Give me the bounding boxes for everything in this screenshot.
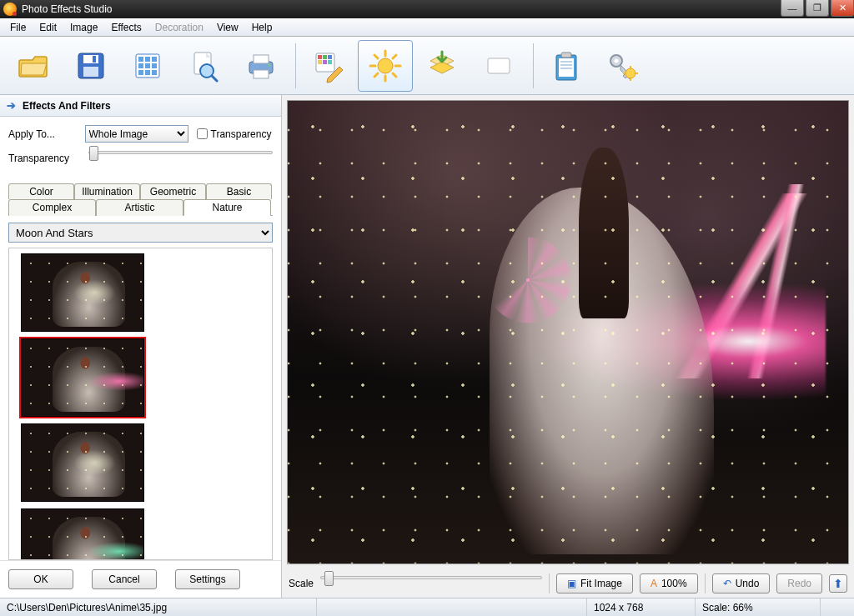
folder-open-icon (17, 48, 52, 83)
clipboard-icon (549, 48, 584, 83)
effect-select[interactable]: Moon And Stars (8, 223, 273, 243)
settings-button[interactable]: Settings (175, 569, 240, 589)
effect-thumbnail[interactable] (21, 253, 144, 332)
fit-icon: ▣ (567, 578, 576, 589)
svg-rect-27 (328, 60, 332, 64)
grid-icon (130, 48, 165, 83)
redo-button[interactable]: Redo (776, 573, 822, 593)
close-button[interactable]: ✕ (831, 0, 854, 17)
status-filepath: C:\Users\Den\Pictures\Anime\35.jpg (0, 598, 317, 616)
collapse-up-button[interactable]: ⬆ (829, 574, 847, 593)
svg-line-33 (374, 55, 378, 58)
app-icon (3, 3, 17, 16)
status-scale: Scale: 66% (696, 598, 821, 616)
image-canvas[interactable] (287, 100, 849, 564)
svg-rect-19 (254, 70, 269, 78)
apply-to-select[interactable]: Whole Image (85, 125, 188, 143)
svg-rect-8 (138, 63, 143, 68)
undo-button[interactable]: ↶Undo (712, 573, 771, 593)
zoom-100-button[interactable]: A100% (640, 573, 698, 593)
toolbar (0, 37, 854, 95)
svg-rect-40 (561, 53, 571, 58)
svg-line-35 (393, 55, 396, 58)
blank-frame-button[interactable] (471, 40, 526, 92)
svg-rect-1 (83, 55, 98, 63)
menu-help[interactable]: Help (245, 19, 279, 36)
scale-slider[interactable] (320, 576, 542, 591)
print-button[interactable] (234, 40, 289, 92)
menu-decoration: Decoration (148, 19, 210, 36)
svg-rect-23 (323, 55, 327, 59)
cancel-button[interactable]: Cancel (92, 569, 157, 589)
effects-panel: ➔ Effects And Filters Apply To... Whole … (0, 95, 282, 598)
transparency-slider[interactable] (88, 151, 273, 166)
key-effects-button[interactable] (595, 40, 651, 92)
tab-color[interactable]: Color (8, 183, 74, 199)
save-icon (73, 48, 108, 83)
menu-view[interactable]: View (210, 19, 245, 36)
svg-rect-13 (152, 70, 157, 75)
fit-image-button[interactable]: ▣Fit Image (556, 573, 633, 593)
title-bar: Photo Effects Studio — ❐ ✕ (0, 0, 854, 18)
blank-rect-icon (481, 48, 516, 83)
svg-point-28 (378, 58, 393, 73)
svg-line-16 (212, 76, 217, 81)
tab-basic[interactable]: Basic (206, 183, 272, 199)
svg-rect-25 (318, 60, 322, 64)
layers-button[interactable] (414, 40, 470, 92)
svg-rect-18 (254, 55, 269, 63)
panel-header: ➔ Effects And Filters (0, 95, 281, 117)
palette-edit-button[interactable] (301, 40, 356, 92)
layers-down-icon (424, 48, 460, 83)
status-bar: C:\Users\Den\Pictures\Anime\35.jpg 1024 … (0, 598, 854, 616)
minimize-button[interactable]: — (781, 0, 804, 17)
svg-rect-26 (323, 60, 327, 64)
zoom-button[interactable] (177, 40, 232, 92)
svg-rect-7 (152, 57, 157, 62)
clipboard-button[interactable] (539, 40, 594, 92)
key-sun-icon (605, 48, 640, 83)
menu-edit[interactable]: Edit (33, 19, 63, 36)
svg-rect-37 (488, 58, 510, 73)
svg-rect-3 (93, 56, 96, 63)
svg-rect-9 (145, 63, 150, 68)
svg-rect-5 (138, 57, 143, 62)
tab-illumination[interactable]: Illumination (74, 183, 140, 199)
app-title: Photo Effects Studio (22, 3, 779, 15)
effect-thumbnail[interactable] (21, 423, 144, 502)
tab-geometric[interactable]: Geometric (140, 183, 206, 199)
tab-artistic[interactable]: Artistic (96, 199, 183, 216)
undo-icon: ↶ (723, 578, 731, 589)
svg-point-20 (269, 63, 271, 66)
menu-image[interactable]: Image (63, 19, 104, 36)
palette-pencil-icon (311, 48, 346, 83)
svg-rect-10 (152, 63, 157, 68)
svg-line-36 (374, 73, 378, 77)
save-button[interactable] (63, 40, 118, 92)
svg-rect-22 (318, 55, 322, 59)
printer-icon (244, 48, 279, 83)
menu-file[interactable]: File (3, 19, 33, 36)
arrow-right-icon: ➔ (7, 99, 16, 112)
effects-button[interactable] (358, 40, 413, 92)
effect-thumbnail[interactable] (21, 338, 144, 417)
menu-bar: File Edit Image Effects Decoration View … (0, 18, 854, 37)
sun-icon (368, 48, 403, 83)
transparency-checkbox[interactable]: Transparency (197, 128, 274, 140)
effect-thumbnails (8, 248, 273, 560)
svg-point-46 (625, 68, 635, 78)
svg-rect-12 (145, 70, 150, 75)
tab-complex[interactable]: Complex (8, 199, 96, 216)
status-dimensions: 1024 x 768 (587, 598, 696, 616)
effect-thumbnail[interactable] (21, 508, 144, 560)
open-button[interactable] (7, 40, 62, 92)
svg-rect-6 (145, 57, 150, 62)
batch-button[interactable] (120, 40, 175, 92)
panel-title: Effects And Filters (23, 100, 111, 112)
apply-to-label: Apply To... (8, 128, 85, 140)
tab-nature[interactable]: Nature (183, 199, 271, 216)
ok-button[interactable]: OK (8, 569, 73, 589)
menu-effects[interactable]: Effects (104, 19, 148, 36)
maximize-button[interactable]: ❐ (806, 0, 829, 17)
canvas-area: Scale ▣Fit Image A100% ↶Undo Redo ⬆ (282, 95, 854, 598)
